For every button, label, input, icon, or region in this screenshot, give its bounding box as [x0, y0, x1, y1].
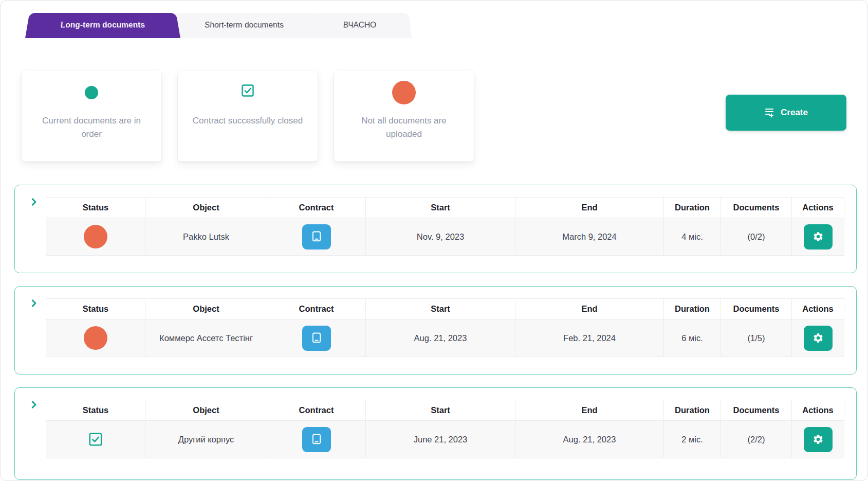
column-header-start: Start [366, 198, 515, 218]
column-header-contract: Contract [267, 400, 366, 421]
document-icon [310, 331, 323, 345]
object-cell: Pakko Lutsk [145, 218, 267, 255]
contract-cell [267, 421, 366, 458]
legend-card-documents-in-order: Current documents are in order [22, 71, 161, 162]
gear-icon [812, 231, 824, 242]
document-icon [310, 433, 323, 446]
start-cell: Aug. 21, 2023 [366, 319, 515, 357]
chevron-right-icon[interactable] [30, 401, 38, 408]
contract-section-drugyi-korpus: Status Object Contract Start End Duratio… [14, 387, 857, 480]
contract-cell [267, 319, 366, 357]
status-cell [46, 319, 145, 357]
settings-button[interactable] [804, 224, 833, 250]
tab-long-term-documents[interactable]: Long-term documents [25, 13, 180, 38]
gear-icon [812, 434, 824, 445]
tab-short-term-documents[interactable]: Short-term documents [169, 13, 319, 38]
column-header-documents: Documents [721, 400, 792, 421]
chevron-right-icon[interactable] [30, 299, 38, 307]
column-header-duration: Duration [664, 400, 721, 421]
tab-label: ВЧАСНО [343, 21, 376, 29]
settings-button[interactable] [804, 326, 833, 351]
column-header-end: End [515, 198, 664, 218]
duration-cell: 2 міс. [664, 421, 721, 458]
contract-sections: Status Object Contract Start End Duratio… [14, 185, 857, 480]
column-header-end: End [515, 400, 664, 421]
create-button[interactable]: Create [726, 95, 846, 131]
column-header-contract: Contract [267, 198, 366, 218]
create-button-label: Create [781, 108, 808, 118]
column-header-documents: Documents [721, 299, 792, 319]
duration-cell: 4 міс. [664, 218, 721, 255]
checked-checkbox-icon [241, 83, 255, 102]
column-header-start: Start [366, 299, 515, 319]
checked-checkbox-status-icon [88, 432, 103, 447]
tab-bar: Long-term documents Short-term documents… [25, 11, 867, 38]
column-header-documents: Documents [721, 198, 792, 218]
column-header-actions: Actions [792, 400, 844, 421]
status-cell [46, 218, 145, 255]
column-header-duration: Duration [664, 198, 721, 218]
contract-document-button[interactable] [302, 427, 331, 452]
column-header-object: Object [145, 299, 267, 319]
actions-cell [792, 319, 844, 357]
status-cell [46, 421, 145, 458]
start-cell: Nov. 9, 2023 [366, 218, 515, 255]
documents-cell: (2/2) [721, 421, 792, 458]
column-header-object: Object [145, 198, 267, 218]
duration-cell: 6 міс. [664, 319, 721, 357]
column-header-contract: Contract [267, 299, 366, 319]
actions-cell [792, 421, 844, 458]
settings-button[interactable] [804, 427, 833, 452]
tab-label: Long-term documents [60, 21, 145, 29]
column-header-start: Start [366, 400, 515, 421]
start-cell: June 21, 2023 [366, 421, 515, 458]
orange-circle-status-icon [84, 326, 107, 350]
documents-cell: (1/5) [721, 319, 792, 357]
column-header-status: Status [46, 299, 145, 319]
contract-document-button[interactable] [302, 326, 331, 351]
column-header-object: Object [145, 400, 267, 421]
contract-cell [267, 218, 366, 255]
contract-section-pakko-lutsk: Status Object Contract Start End Duratio… [14, 185, 857, 273]
column-header-actions: Actions [792, 299, 844, 319]
end-cell: March 9, 2024 [515, 218, 664, 255]
gear-icon [812, 332, 824, 344]
green-circle-icon [85, 86, 98, 99]
contract-document-button[interactable] [302, 224, 331, 250]
orange-circle-status-icon [84, 225, 107, 248]
documents-page: Long-term documents Short-term documents… [0, 0, 868, 481]
legend-card-not-all-uploaded: Not all documents are uploaded [334, 71, 474, 162]
column-header-status: Status [46, 400, 145, 421]
legend-card-label: Current documents are in order [34, 114, 150, 140]
column-header-actions: Actions [792, 198, 844, 218]
contract-table: Status Object Contract Start End Duratio… [46, 197, 844, 256]
legend-card-label: Contract successfully closed [190, 114, 306, 128]
contract-table: Status Object Contract Start End Duratio… [46, 298, 844, 357]
object-cell: Коммерс Ассетс Тестінг [145, 319, 267, 357]
contract-table: Status Object Contract Start End Duratio… [46, 400, 844, 458]
chevron-right-icon[interactable] [30, 198, 38, 206]
end-cell: Feb. 21, 2024 [515, 319, 664, 357]
object-cell: Другий корпус [145, 421, 267, 458]
orange-circle-icon [392, 81, 416, 104]
legend-card-label: Not all documents are uploaded [346, 114, 462, 140]
end-cell: Aug. 21, 2023 [515, 421, 664, 458]
column-header-end: End [515, 299, 664, 319]
column-header-status: Status [46, 198, 145, 218]
tab-label: Short-term documents [204, 21, 284, 29]
contract-section-kommers-assets: Status Object Contract Start End Duratio… [14, 286, 857, 375]
documents-cell: (0/2) [721, 218, 792, 255]
playlist-add-icon [764, 107, 775, 118]
legend-row: Current documents are in order Contract … [1, 71, 867, 162]
legend-card-contract-closed: Contract successfully closed [178, 71, 318, 162]
document-icon [310, 230, 323, 243]
tab-vchasno[interactable]: ВЧАСНО [308, 13, 412, 38]
actions-cell [792, 218, 844, 255]
column-header-duration: Duration [664, 299, 721, 319]
